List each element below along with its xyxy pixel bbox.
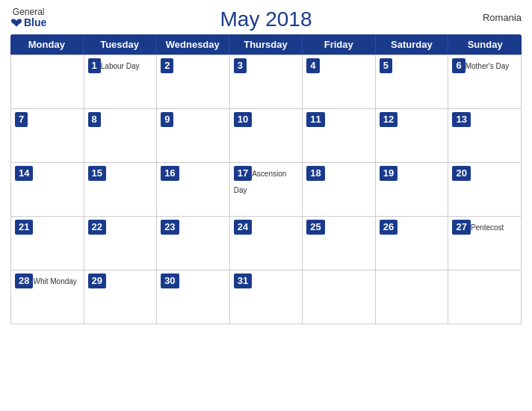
calendar-cell: 25 [303,217,376,271]
cell-date-number: 15 [88,166,106,181]
calendar-week-4: 21222324252627Pentecost [11,217,522,271]
cell-date-number: 27 [452,220,470,235]
cell-date-number: 5 [380,58,392,73]
calendar-cell: 10 [230,109,303,163]
day-header-tuesday: Tuesday [84,34,157,55]
cell-date-number: 18 [306,166,324,181]
calendar-week-1: 1Labour Day23456Mother's Day [11,55,522,109]
cell-date-number: 13 [452,112,470,127]
cell-date-number: 30 [161,274,179,288]
cell-date-number: 14 [15,166,33,181]
calendar-cell: 18 [303,163,376,217]
cell-event-label: Pentecost [471,223,504,232]
day-headers: Monday Tuesday Wednesday Thursday Friday… [10,34,522,55]
day-header-friday: Friday [303,34,376,55]
day-header-saturday: Saturday [376,34,449,55]
calendar-cell [11,55,84,109]
cell-date-number: 3 [234,58,247,73]
calendar-cell [303,271,376,324]
cell-date-number: 8 [88,112,101,127]
calendar-cell: 23 [157,217,230,271]
month-title: May 2018 [220,7,312,31]
cell-date-number: 12 [380,112,398,127]
calendar-cell: 24 [230,217,303,271]
calendar-cell: 20 [448,163,522,217]
calendar-cell: 30 [157,271,230,324]
country-label: Romania [483,12,522,23]
calendar-cell: 17Ascension Day [230,163,303,217]
day-header-monday: Monday [10,34,84,55]
cell-date-number: 9 [161,112,173,127]
cell-date-number: 24 [234,220,252,235]
cell-date-number: 21 [15,220,33,235]
logo-bird-icon [10,18,22,28]
calendar-cell: 13 [448,109,522,163]
calendar-grid: 1Labour Day23456Mother's Day789101112131… [10,55,522,324]
cell-date-number: 20 [452,166,470,181]
cell-date-number: 11 [306,112,324,127]
calendar-cell: 16 [157,163,230,217]
calendar-cell: 9 [157,109,230,163]
cell-event-label: Labour Day [101,62,140,70]
calendar-cell: 7 [11,109,84,163]
calendar-cell: 2 [157,55,230,109]
calendar-cell: 8 [84,109,158,163]
cell-date-number: 1 [88,58,101,73]
calendar-cell: 6Mother's Day [448,55,522,109]
calendar-cell: 19 [376,163,449,217]
day-header-wednesday: Wednesday [156,34,229,55]
calendar-cell: 28Whit Monday [11,271,84,324]
cell-date-number: 2 [161,58,173,73]
cell-date-number: 28 [15,274,33,288]
cell-date-number: 25 [306,220,324,235]
cell-date-number: 29 [88,274,106,288]
calendar-cell [448,271,522,324]
calendar-container: General Blue May 2018 Romania Monday Tue… [0,0,532,411]
calendar-cell: 29 [84,271,158,324]
logo: General Blue [10,7,46,29]
day-header-sunday: Sunday [448,34,522,55]
cell-date-number: 6 [452,58,465,73]
day-header-thursday: Thursday [229,34,303,55]
calendar-cell: 21 [11,217,84,271]
calendar-cell: 11 [303,109,376,163]
calendar-week-2: 78910111213 [11,109,522,163]
calendar-cell [376,271,449,324]
cell-date-number: 16 [161,166,179,181]
cell-event-label: Whit Monday [33,277,76,285]
calendar-cell: 31 [230,271,303,324]
cell-date-number: 4 [306,58,319,73]
cell-date-number: 7 [15,112,28,127]
calendar-cell: 26 [376,217,449,271]
cell-date-number: 19 [380,166,398,181]
logo-blue-text: Blue [10,17,46,28]
calendar-cell: 3 [230,55,303,109]
cell-date-number: 26 [380,220,398,235]
cell-date-number: 17 [234,166,252,181]
cell-date-number: 22 [88,220,106,235]
calendar-header: General Blue May 2018 Romania [10,7,522,31]
cell-event-label: Mother's Day [466,62,510,70]
calendar-cell: 15 [84,163,158,217]
calendar-week-3: 14151617Ascension Day181920 [11,163,522,217]
cell-date-number: 23 [161,220,179,235]
calendar-cell: 1Labour Day [84,55,158,109]
calendar-cell: 5 [376,55,449,109]
calendar-cell: 12 [376,109,449,163]
calendar-cell: 27Pentecost [448,217,522,271]
calendar-week-5: 28Whit Monday293031 [11,271,522,324]
calendar-cell: 14 [11,163,84,217]
cell-date-number: 10 [234,112,252,127]
cell-date-number: 31 [234,274,252,288]
calendar-cell: 22 [84,217,158,271]
calendar-cell: 4 [303,55,376,109]
